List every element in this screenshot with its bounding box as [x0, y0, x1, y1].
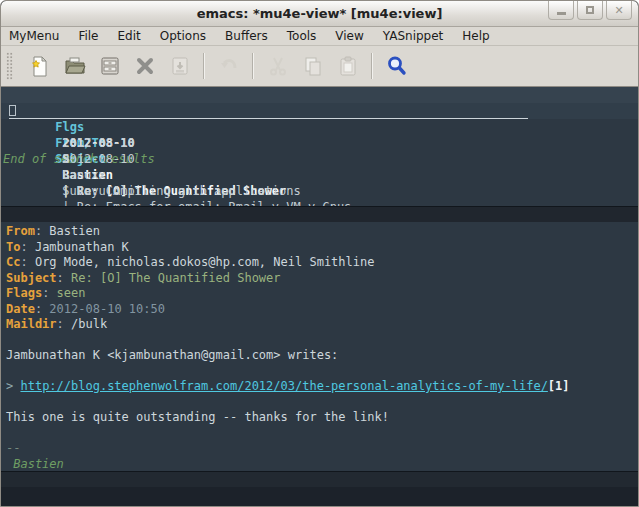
toolbar-separator — [252, 53, 254, 79]
menu-tools[interactable]: Tools — [287, 29, 317, 43]
colon: : — [35, 302, 49, 316]
row-subject: | Re: Emacs for email: Rmail v VM v Gnus — [62, 200, 351, 206]
signature-text: Bastien — [6, 457, 64, 471]
mu4e-headers-buffer: ▼ Date Flgs From/To Subject 2012-08-10 S… — [1, 87, 638, 206]
message-row[interactable]: 2012-08-10 S Lanoxx | Re: Compiling glib… — [1, 119, 638, 135]
message-row-selected[interactable]: 2012-08-10 S Bastien | Re: [O] The Quant… — [1, 103, 638, 119]
cut-button — [265, 52, 291, 80]
flags-value: seen — [57, 286, 86, 300]
new-file-icon — [28, 54, 52, 78]
window-controls: ✕ — [548, 1, 632, 20]
save-as-icon — [168, 54, 192, 78]
new-file-button[interactable] — [27, 52, 53, 80]
remark-line: This one is quite outstanding -- thanks … — [6, 410, 638, 426]
emacs-hollow-cursor — [9, 105, 16, 116]
subject-value: Re: [O] The Quantified Shower — [71, 271, 281, 285]
undo-icon — [217, 54, 241, 78]
minimize-button[interactable] — [548, 1, 574, 20]
maximize-button[interactable] — [577, 1, 603, 20]
date-label: Date — [6, 302, 35, 316]
menubar: MyMenu File Edit Options Buffers Tools V… — [1, 27, 638, 46]
remark-text: This one is quite outstanding -- thanks … — [6, 410, 389, 424]
toolbar-grip[interactable] — [6, 52, 13, 80]
open-file-button[interactable] — [62, 52, 88, 80]
attribution-line: Jambunathan K <kjambunathan@gmail.com> w… — [6, 348, 638, 364]
emacs-window: emacs: *mu4e-view* [mu4e:view] ✕ MyMenu … — [0, 0, 639, 507]
mu4e-view-buffer: From: Bastien To: Jambunathan K Cc: Org … — [1, 222, 638, 471]
url-link[interactable]: http://blog.stephenwolfram.com/2012/03/t… — [20, 379, 547, 393]
from-label: From — [6, 224, 35, 238]
maildir-value: /bulk — [71, 317, 107, 331]
colon: : — [20, 240, 34, 254]
menu-buffers[interactable]: Buffers — [225, 29, 268, 43]
toolbar-separator — [371, 53, 373, 79]
colon: : — [57, 317, 71, 331]
subject-label: Subject — [6, 271, 57, 285]
footnote-ref: [1] — [548, 379, 570, 393]
close-button[interactable]: ✕ — [606, 1, 632, 20]
menu-help[interactable]: Help — [462, 29, 489, 43]
row-from: Suvayu Ali — [62, 183, 220, 199]
blank-line — [6, 364, 638, 380]
message-row[interactable]: 2012-08-10 S Suvayu Ali | Re: Emacs for … — [1, 135, 638, 151]
row-flags: S — [62, 167, 91, 183]
colon: : — [42, 286, 56, 300]
undo-button — [216, 52, 242, 80]
date-value: 2012-08-10 10:50 — [49, 302, 165, 316]
save-as-button — [167, 52, 193, 80]
signature-separator: -- — [6, 441, 20, 455]
cc-value: Org Mode, nicholas.dokos@hp.com, Neil Sm… — [35, 255, 375, 269]
minimize-icon — [557, 12, 566, 15]
menu-yasnippet[interactable]: YASnippet — [383, 29, 444, 43]
to-label: To — [6, 240, 20, 254]
cc-label: Cc — [6, 255, 20, 269]
menu-view[interactable]: View — [335, 29, 363, 43]
titlebar[interactable]: emacs: *mu4e-view* [mu4e:view] ✕ — [1, 1, 638, 27]
search-magnifier-icon — [385, 54, 409, 78]
open-folder-icon — [63, 54, 87, 78]
modeline-mu4e-view: *mu4e-view* ( 1, 0) [All/372] [mu4e:view… — [1, 471, 638, 487]
save-icon — [98, 54, 122, 78]
cut-scissors-icon — [266, 54, 290, 78]
blank-line — [6, 333, 638, 349]
blank-line — [6, 395, 638, 411]
toolbar-separator — [203, 53, 205, 79]
colon: : — [35, 224, 49, 238]
search-button[interactable] — [384, 52, 410, 80]
blank-line — [6, 426, 638, 442]
colon: : — [20, 255, 34, 269]
echo-area[interactable] — [1, 487, 638, 507]
maildir-label: Maildir — [6, 317, 57, 331]
save-button[interactable] — [97, 52, 123, 80]
row-date: 2012-08-10 — [62, 151, 147, 167]
toolbar — [1, 46, 638, 87]
from-value: Bastien — [49, 224, 100, 238]
quote-prefix: > — [6, 379, 20, 393]
signature-line: Bastien — [6, 457, 638, 472]
to-value: Jambunathan K — [35, 240, 129, 254]
window-title: emacs: *mu4e-view* [mu4e:view] — [197, 6, 443, 21]
colon: : — [57, 271, 71, 285]
headers-column-row: ▼ Date Flgs From/To Subject — [1, 87, 638, 103]
flags-label: Flags — [6, 286, 42, 300]
copy-icon — [301, 54, 325, 78]
menu-mymenu[interactable]: MyMenu — [9, 29, 59, 43]
paste-clipboard-icon — [336, 54, 360, 78]
modeline-mu4e-headers: *mu4e-headers* ( 1, 0) [All/275] [mu4e-h… — [1, 206, 638, 222]
close-icon: ✕ — [614, 5, 623, 16]
signature-separator-line: -- — [6, 441, 638, 457]
menu-edit[interactable]: Edit — [118, 29, 141, 43]
menu-options[interactable]: Options — [160, 29, 206, 43]
maximize-icon — [586, 6, 594, 14]
close-buffer-button[interactable] — [132, 52, 158, 80]
quoted-link-line: > http://blog.stephenwolfram.com/2012/03… — [6, 379, 638, 395]
close-x-icon — [133, 54, 157, 78]
paste-button — [335, 52, 361, 80]
attribution-text: Jambunathan K <kjambunathan@gmail.com> w… — [6, 348, 338, 362]
copy-button — [300, 52, 326, 80]
menu-file[interactable]: File — [78, 29, 98, 43]
